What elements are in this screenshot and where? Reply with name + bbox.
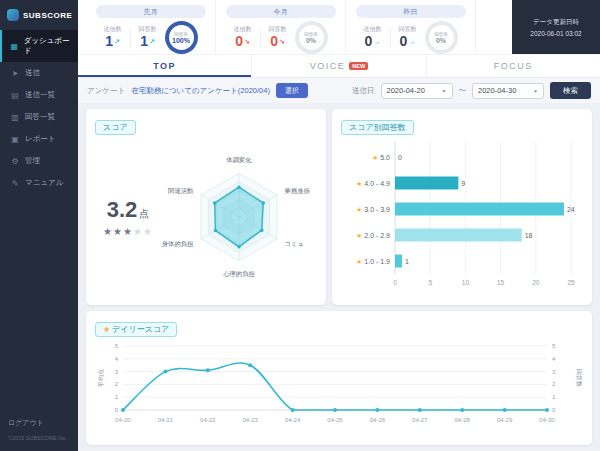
logout-button[interactable]: ログアウト [8, 418, 70, 428]
date-range-separator: 〜 [459, 86, 467, 96]
gear-icon: ⚙ [10, 157, 20, 166]
svg-text:04-29: 04-29 [497, 417, 513, 423]
svg-text:心理的負担: 心理的負担 [223, 270, 255, 278]
trend-up-icon: ↗ [149, 38, 155, 45]
answer-stat: 回答数 1↗ [139, 25, 157, 49]
date-from-select[interactable]: 2020-04-20 ▼ [381, 83, 453, 99]
svg-text:2: 2 [552, 381, 556, 387]
sidebar-item-label: ダッシュボード [24, 36, 70, 56]
svg-text:5: 5 [552, 343, 556, 349]
data-updated-label: データ更新日時 [533, 18, 579, 27]
stats-header: 先月 送信数 1↗ 回答数 1↗ 回答率 100% [78, 0, 600, 54]
tab-voice[interactable]: VOICENEW [252, 55, 426, 77]
send-date-label: 送信日 [352, 86, 375, 96]
app-window: SUBSCORE ▦ ダッシュボード ➤ 送信 ▤ 送信一覧 ▥ 回答一覧 ▣ … [0, 0, 600, 451]
sidebar-item-send[interactable]: ➤ 送信 [0, 62, 78, 84]
svg-text:平均点: 平均点 [97, 369, 104, 387]
select-survey-button[interactable]: 選択 [276, 83, 308, 98]
score-panel: スコア 3.2点 ★★★★★ 体調変化業務進捗コミュ心理的負担身体的負担関連活動 [86, 109, 326, 305]
copyright-text: ©2019 SUBSCORE,Inc. [8, 435, 70, 441]
stats-this-month: 今月 送信数 0↘ 回答数 0↘ 回答率 0% [216, 0, 346, 54]
sidebar-item-dashboard[interactable]: ▦ ダッシュボード [0, 30, 78, 62]
score-bar-chart: 0510152025★ 5.00★ 4.0 - 4.99★ 3.0 - 3.92… [341, 138, 583, 294]
answer-rate-ring: 回答率 0% [425, 21, 458, 54]
answer-count: 0 [270, 33, 278, 49]
svg-text:身体的負担: 身体的負担 [162, 240, 194, 248]
answer-rate-value: 0% [306, 37, 316, 44]
stats-last-month: 先月 送信数 1↗ 回答数 1↗ 回答率 100% [86, 0, 216, 54]
svg-text:★ 5.0: ★ 5.0 [372, 154, 390, 161]
svg-text:04-20: 04-20 [115, 417, 131, 423]
sidebar-item-manual[interactable]: ✎ マニュアル [0, 172, 78, 194]
svg-text:2: 2 [115, 381, 119, 387]
trend-flat-icon: → [373, 38, 380, 45]
trend-flat-icon: → [408, 38, 415, 45]
svg-text:1: 1 [552, 394, 556, 400]
sidebar-item-label: 送信 [25, 68, 40, 78]
svg-text:0: 0 [552, 407, 556, 413]
svg-text:関連活動: 関連活動 [168, 187, 193, 195]
sent-stat: 送信数 0→ [364, 25, 382, 49]
daily-score-title: ★デイリースコア [95, 322, 177, 337]
score-panel-title: スコア [95, 120, 136, 135]
send-list-icon: ▤ [10, 91, 20, 100]
sent-count: 0 [235, 33, 243, 49]
answer-count: 1 [140, 33, 148, 49]
score-value: 3.2 [107, 197, 138, 222]
svg-text:★ 1.0 - 1.9: ★ 1.0 - 1.9 [356, 258, 390, 265]
radar-chart: 体調変化業務進捗コミュ心理的負担身体的負担関連活動 [161, 139, 317, 295]
search-button[interactable]: 検索 [550, 82, 591, 99]
survey-link[interactable]: 在宅勤務についてのアンケート(2020/04) [131, 86, 270, 96]
chevron-down-icon: ▼ [442, 88, 447, 94]
manual-icon: ✎ [10, 179, 20, 188]
sidebar-item-report[interactable]: ▣ レポート [0, 128, 78, 150]
new-badge: NEW [349, 62, 368, 70]
svg-text:体調変化: 体調変化 [226, 156, 252, 164]
sidebar-item-admin[interactable]: ⚙ 管理 [0, 150, 78, 172]
app-name: SUBSCORE [23, 11, 72, 20]
svg-text:04-23: 04-23 [243, 417, 259, 423]
tab-focus[interactable]: FOCUS [427, 55, 600, 77]
divider [390, 28, 391, 48]
answer-rate-value: 0% [436, 37, 446, 44]
sidebar-item-label: 送信一覧 [25, 90, 55, 100]
date-to-select[interactable]: 2020-04-30 ▼ [472, 83, 544, 99]
logo-icon [7, 9, 19, 21]
sidebar-footer: ログアウト ©2019 SUBSCORE,Inc. [0, 410, 78, 451]
svg-text:04-22: 04-22 [200, 417, 216, 423]
answer-count: 0 [400, 33, 408, 49]
sidebar-item-answer-list[interactable]: ▥ 回答一覧 [0, 106, 78, 128]
sent-stat: 送信数 0↘ [234, 25, 252, 49]
star-icon: ★ [103, 325, 110, 334]
answer-rate-ring: 回答率 0% [295, 21, 328, 54]
sidebar-item-label: マニュアル [25, 178, 63, 188]
svg-text:5: 5 [115, 343, 119, 349]
svg-text:15: 15 [497, 279, 505, 286]
star-empty-icon: ★★ [133, 226, 153, 237]
svg-text:4: 4 [552, 356, 556, 362]
period-label: 昨日 [356, 5, 466, 18]
sidebar-item-label: 管理 [25, 156, 40, 166]
sidebar-item-label: 回答一覧 [25, 112, 55, 122]
daily-score-line-chart: 00112233445504-2004-2104-2204-2304-2404-… [95, 340, 587, 434]
svg-text:04-25: 04-25 [327, 417, 343, 423]
svg-text:04-26: 04-26 [370, 417, 386, 423]
svg-text:0: 0 [393, 279, 397, 286]
svg-text:04-30: 04-30 [539, 417, 555, 423]
svg-text:★ 4.0 - 4.9: ★ 4.0 - 4.9 [356, 180, 390, 187]
report-icon: ▣ [10, 135, 20, 144]
sidebar-nav: ▦ ダッシュボード ➤ 送信 ▤ 送信一覧 ▥ 回答一覧 ▣ レポート ⚙ 管理 [0, 30, 78, 194]
tab-top[interactable]: TOP [78, 55, 252, 77]
chevron-down-icon: ▼ [533, 88, 538, 94]
sidebar-item-send-list[interactable]: ▤ 送信一覧 [0, 84, 78, 106]
svg-text:9: 9 [461, 180, 465, 187]
answer-rate-ring: 回答率 100% [165, 21, 198, 54]
answer-rate-value: 100% [172, 37, 190, 44]
svg-text:24: 24 [567, 206, 575, 213]
score-unit: 点 [139, 208, 149, 219]
svg-text:10: 10 [462, 279, 470, 286]
svg-text:04-28: 04-28 [455, 417, 471, 423]
period-label: 先月 [96, 5, 206, 18]
svg-text:18: 18 [525, 232, 533, 239]
svg-text:回答数: 回答数 [575, 369, 582, 387]
